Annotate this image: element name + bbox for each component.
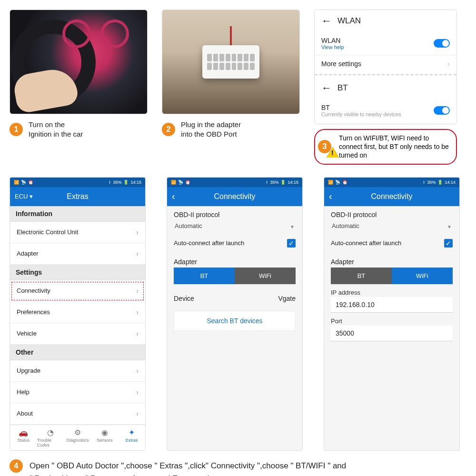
seg-wifi[interactable]: WiFi xyxy=(392,268,453,284)
chevron-right-icon: › xyxy=(136,330,139,337)
tab-extras[interactable]: ✦Extras xyxy=(118,425,145,450)
bt-toggle-row[interactable]: BT Currently visible to nearby devices xyxy=(315,99,456,124)
dropdown-icon: ▼ xyxy=(447,224,452,229)
connectivity-title: Connectivity xyxy=(371,192,412,201)
phone-connectivity-wifi: 📶📡⏰ ᚼ35%🔋14:14 ‹ Connectivity OBD-II pro… xyxy=(324,177,460,451)
protocol-select[interactable]: Automatic▼ xyxy=(174,220,296,233)
ip-input[interactable]: 192.168.0.10 xyxy=(331,297,453,313)
tab-status[interactable]: 🚗Status xyxy=(10,425,37,450)
bt-sub: Currently visible to nearby devices xyxy=(321,111,401,117)
connectivity-titlebar: ‹ Connectivity xyxy=(167,187,302,206)
bottom-tabbar: 🚗Status ◔Trouble Codes ⚙Diagnostics ◉Sen… xyxy=(10,425,145,450)
step-badge-2: 2 xyxy=(162,123,175,136)
device-label: Device xyxy=(174,295,194,302)
port-input[interactable]: 35000 xyxy=(331,326,453,341)
alarm-icon: ⏰ xyxy=(342,180,347,185)
step-badge-3: 3 xyxy=(318,140,331,153)
item-adapter[interactable]: Adapter› xyxy=(10,243,145,265)
chevron-right-icon: › xyxy=(136,388,139,396)
back-arrow-icon[interactable]: ← xyxy=(321,82,332,94)
alarm-icon: ⏰ xyxy=(28,180,33,185)
ip-label: IP address xyxy=(324,289,459,296)
connectivity-title: Connectivity xyxy=(214,192,255,201)
bt-toggle[interactable] xyxy=(434,106,450,115)
gauge-icon: ◔ xyxy=(47,428,54,437)
bt-icon: ᚼ xyxy=(109,180,111,185)
sensor-icon: ◉ xyxy=(101,428,108,437)
wlan-label: WLAN xyxy=(321,37,344,44)
protocol-label: OBD-II protocol xyxy=(174,211,296,218)
protocol-select[interactable]: Automatic▼ xyxy=(331,220,453,233)
autoconnect-checkbox[interactable]: ✓ xyxy=(444,239,453,248)
item-connectivity[interactable]: Connectivity› xyxy=(10,280,145,302)
step-badge-4: 4 xyxy=(10,459,23,473)
step3-callout: 3 Turn on WIFI/BT, WIFI need to connect … xyxy=(314,129,457,165)
bt-label: BT xyxy=(321,104,401,111)
back-icon[interactable]: ‹ xyxy=(329,191,332,202)
step2-caption: 2 Plug in the adapter into the OBD Port xyxy=(162,120,300,139)
seg-bt[interactable]: BT xyxy=(331,268,392,284)
step3-column: ← WLAN WLAN View help More settings › ← … xyxy=(314,10,457,165)
back-ecu[interactable]: ECU▾ xyxy=(15,193,33,200)
signal-icon: 📶 xyxy=(328,180,333,185)
extras-icon: ✦ xyxy=(129,428,135,437)
bt-header[interactable]: ← BT xyxy=(315,77,456,99)
alarm-icon: ⏰ xyxy=(185,180,190,185)
tab-trouble[interactable]: ◔Trouble Codes xyxy=(37,425,64,450)
item-vehicle[interactable]: Vehicle› xyxy=(10,323,145,345)
extras-title: Extras xyxy=(67,192,88,201)
wifi-icon: 📡 xyxy=(21,180,26,185)
search-bt-button[interactable]: Search BT devices xyxy=(174,311,296,331)
adapter-segmented: BT WiFi xyxy=(174,268,296,284)
more-settings-label: More settings xyxy=(321,60,361,68)
port-label: Port xyxy=(324,317,459,325)
tab-diagnostics[interactable]: ⚙Diagnostics xyxy=(64,425,91,450)
seg-bt[interactable]: BT xyxy=(174,268,235,284)
step3-text: Turn on WIFI/BT, WIFI need to connect fi… xyxy=(339,134,449,160)
signal-icon: 📶 xyxy=(14,180,19,185)
seg-wifi[interactable]: WiFi xyxy=(235,268,296,284)
tab-sensors[interactable]: ◉Sensors xyxy=(91,425,118,450)
device-value: Vgate xyxy=(278,295,296,302)
autoconnect-row[interactable]: Auto-connect after launch ✓ xyxy=(167,233,302,253)
bt-title: BT xyxy=(337,83,348,93)
item-help[interactable]: Help› xyxy=(10,382,145,403)
status-bar: 📶📡⏰ ᚼ35%🔋14:14 xyxy=(324,178,459,187)
gears-icon: ⚙ xyxy=(74,428,81,437)
section-other: Other xyxy=(10,345,145,360)
chevron-right-icon: › xyxy=(136,228,139,236)
view-help-link[interactable]: View help xyxy=(321,44,344,50)
step-badge-1: 1 xyxy=(10,123,23,136)
connectivity-titlebar: ‹ Connectivity xyxy=(324,187,459,206)
step1-column: 1 Turn on the Ignition in the car xyxy=(10,10,148,139)
step4-caption: 4 Open " OBD Auto Doctor ",choose " Extr… xyxy=(10,459,466,476)
device-row[interactable]: Device Vgate xyxy=(167,289,302,311)
adapter-label: Adapter xyxy=(174,258,296,266)
status-bar: 📶📡⏰ ᚼ35%🔋14:15 xyxy=(10,178,145,187)
back-icon[interactable]: ‹ xyxy=(172,191,175,202)
chevron-right-icon: › xyxy=(136,308,139,316)
item-ecu[interactable]: Electronic Control Unit› xyxy=(10,222,145,243)
dropdown-icon: ▼ xyxy=(290,224,295,229)
step2-text: Plug in the adapter into the OBD Port xyxy=(181,120,241,139)
item-preferences[interactable]: Preferences› xyxy=(10,302,145,323)
item-about[interactable]: About› xyxy=(10,403,145,425)
more-settings-row[interactable]: More settings › xyxy=(315,55,456,72)
item-upgrade[interactable]: Upgrade› xyxy=(10,360,145,382)
obd-connector-shape xyxy=(202,45,259,79)
chevron-right-icon: › xyxy=(136,287,139,295)
protocol-label: OBD-II protocol xyxy=(331,211,453,218)
status-bar: 📶📡⏰ ᚼ35%🔋14:15 xyxy=(167,178,302,187)
wlan-toggle[interactable] xyxy=(434,39,450,48)
adapter-label: Adapter xyxy=(331,258,453,266)
chevron-right-icon: › xyxy=(136,367,139,375)
autoconnect-checkbox[interactable]: ✓ xyxy=(287,239,296,248)
wlan-header[interactable]: ← WLAN xyxy=(315,10,456,32)
step4-text: Open " OBD Auto Doctor ",choose " Extras… xyxy=(30,459,346,476)
wlan-toggle-row[interactable]: WLAN View help xyxy=(315,32,456,55)
autoconnect-row[interactable]: Auto-connect after launch ✓ xyxy=(324,233,459,253)
gauge-shape xyxy=(100,20,129,48)
step1-text: Turn on the Ignition in the car xyxy=(29,120,83,139)
gauge-shape xyxy=(62,20,91,48)
back-arrow-icon[interactable]: ← xyxy=(321,15,332,27)
